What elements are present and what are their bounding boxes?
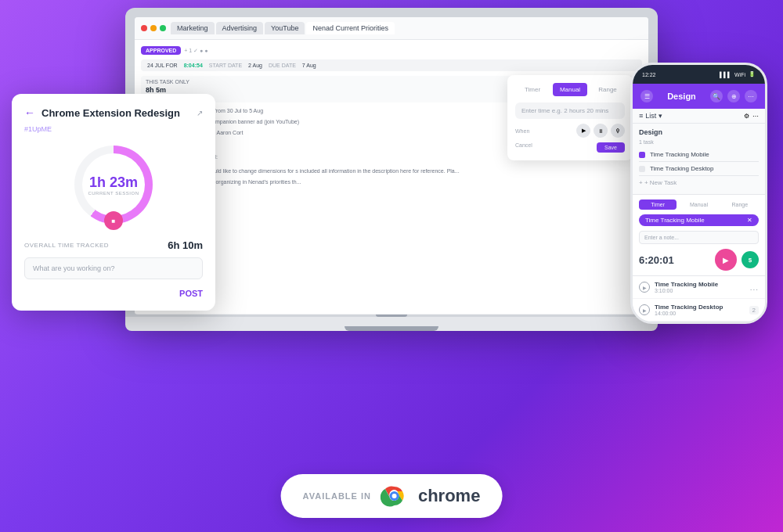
phone-timer-section: Timer Manual Range Time Tracking Mobile … [633, 194, 765, 275]
post-button[interactable]: POST [179, 289, 203, 298]
more-icon[interactable]: ⋯ [752, 113, 759, 120]
phone-tab-timer[interactable]: Timer [639, 200, 677, 210]
timer-control-2[interactable]: ⏸ [594, 124, 608, 138]
ext-back-row: ← Chrome Extension Redesign ↗ [24, 106, 203, 119]
timer-tab-range[interactable]: Range [590, 83, 625, 96]
working-input[interactable]: What are you working on? [24, 257, 203, 279]
tab-advertising[interactable]: Advertising [216, 22, 264, 34]
timer-tab-manual[interactable]: Manual [553, 83, 587, 96]
task-dot-2 [639, 166, 645, 172]
cancel-button[interactable]: Cancel [515, 142, 532, 153]
task-dot-1 [639, 152, 645, 158]
browser-tabs: Marketing Advertising YouTube Nenad Curr… [171, 22, 642, 34]
phone-list-label[interactable]: ≡ List ▾ [639, 112, 662, 120]
maximize-icon[interactable] [160, 25, 166, 31]
browser-timer-popup: Timer Manual Range Enter time e.g. 2 hou… [507, 75, 633, 160]
add-phone-icon[interactable]: ⊕ [727, 90, 740, 102]
phone-play-button[interactable]: ▶ [715, 249, 737, 271]
save-button[interactable]: Save [597, 142, 625, 153]
entry-time-1: 3:10:00 [655, 288, 745, 293]
back-arrow-icon[interactable]: ← [24, 106, 35, 119]
more-phone-icon[interactable]: ⋯ [745, 90, 757, 102]
overall-time: 6h 10m [168, 239, 203, 251]
traffic-lights [141, 25, 166, 31]
due-date-label: DUE DATE [269, 63, 296, 68]
tab-youtube[interactable]: YouTube [265, 22, 305, 34]
list-icon: ≡ [639, 112, 643, 120]
phone-tab-manual[interactable]: Manual [680, 200, 717, 210]
phone-time-row: 6:20:01 ▶ $ [639, 249, 759, 271]
phone-entries: ▶ Time Tracking Mobile 3:10:00 ... ▶ Tim… [633, 275, 765, 322]
entry-name-1: Time Tracking Mobile [655, 281, 745, 288]
close-icon[interactable] [141, 25, 147, 31]
assigned-to-me: Assigned to me [141, 189, 642, 197]
timer-circle-inner: 1h 23m CURRENT SESSION [82, 153, 145, 216]
timer-control-3[interactable]: 🎙 [611, 124, 625, 138]
signal-icon: ▌▌▌ [720, 72, 731, 77]
entry-play-2[interactable]: ▶ [639, 304, 650, 315]
when-label: When [515, 128, 529, 134]
chrome-logo-icon [381, 482, 409, 510]
entry-more-1[interactable]: ... [750, 283, 759, 292]
entry-time-2: 14:00:00 [655, 311, 745, 316]
plus-icon: + [639, 179, 643, 186]
phone-subbar: ≡ List ▾ ⚙ ⋯ [633, 109, 765, 124]
phone-task-2[interactable]: Time Tracking Desktop [639, 162, 759, 176]
new-task-btn[interactable]: + + New Task [639, 176, 759, 189]
entry-count-2: 2 [749, 306, 759, 315]
external-link-icon[interactable]: ↗ [197, 109, 203, 117]
chrome-text: chrome [418, 486, 480, 506]
menu-icon[interactable]: ☰ [640, 90, 653, 102]
phone-status-icons: ▌▌▌ WiFi 🔋 [720, 71, 756, 77]
phone-save-button[interactable]: $ [742, 251, 759, 268]
time-start: 24 JUL FOR [147, 63, 178, 68]
laptop-base [125, 317, 658, 331]
task-count: 1 task [639, 139, 759, 145]
entry-info-1: Time Tracking Mobile 3:10:00 [655, 281, 745, 293]
task-header: APPROVED + 1 ✓ ● ● [141, 46, 642, 55]
phone-entry-1: ▶ Time Tracking Mobile 3:10:00 ... [633, 276, 765, 299]
phone-filter-row: ⚙ ⋯ [744, 113, 759, 120]
phone-header-title: Design [667, 92, 696, 101]
new-task-label: + New Task [644, 179, 677, 186]
task-name-1: Time Tracking Mobile [650, 151, 709, 158]
browser-timer-tabs: Timer Manual Range [515, 83, 625, 96]
phone-note-input[interactable]: Enter a note... [639, 231, 759, 244]
time-tracked-bar: 24 JUL FOR 8:04:54 START DATE 2 Aug DUE … [141, 59, 642, 71]
timer-tab-timer[interactable]: Timer [515, 83, 550, 96]
tab-marketing[interactable]: Marketing [171, 22, 215, 34]
start-date-label: START DATE [209, 63, 242, 68]
entry-play-1[interactable]: ▶ [639, 282, 650, 293]
battery-icon: 🔋 [749, 71, 756, 77]
chat-msg-6: hey @Nenad Marcup : We would like to cha… [141, 167, 642, 175]
wifi-icon: WiFi [734, 72, 745, 77]
entry-name-2: Time Tracking Desktop [655, 304, 745, 311]
timer-input-field[interactable]: Enter time e.g. 2 hours 20 mins [515, 102, 625, 119]
stop-button[interactable]: ■ [104, 211, 123, 230]
timer-session-label: CURRENT SESSION [88, 191, 139, 196]
phone-section-title: Design [639, 128, 759, 136]
phone-tab-range[interactable]: Range [721, 200, 759, 210]
phone-header: ☰ Design 🔍 ⊕ ⋯ [633, 84, 765, 109]
time-tracked: 8:04:54 [184, 63, 203, 68]
start-date: 2 Aug [248, 63, 262, 68]
timer-control-1[interactable]: ▶ [576, 124, 590, 138]
tab-nenad[interactable]: Nenad Current Priorities [306, 22, 395, 34]
chrome-badge[interactable]: AVAILABLE IN chrome [281, 474, 503, 518]
search-phone-icon[interactable]: 🔍 [710, 90, 723, 102]
phone: 12:22 ▌▌▌ WiFi 🔋 ☰ Design 🔍 ⊕ ⋯ ≡ List ▾ [630, 63, 767, 324]
filter-icon[interactable]: ⚙ [744, 113, 749, 120]
ext-title: Chrome Extension Redesign [41, 107, 180, 119]
close-task-icon[interactable]: ✕ [747, 217, 752, 224]
phone-task-1[interactable]: Time Tracking Mobile [639, 148, 759, 162]
phone-timer-tabs: Timer Manual Range [639, 200, 759, 210]
phone-header-icons: 🔍 ⊕ ⋯ [710, 90, 757, 102]
active-task-badge-text: Time Tracking Mobile [645, 217, 705, 224]
phone-wrapper: 12:22 ▌▌▌ WiFi 🔋 ☰ Design 🔍 ⊕ ⋯ ≡ List ▾ [630, 63, 767, 324]
phone-timer-display: 6:20:01 [639, 254, 674, 266]
browser-bar: Marketing Advertising YouTube Nenad Curr… [135, 17, 648, 40]
minimize-icon[interactable] [150, 25, 157, 31]
phone-content: Design 1 task Time Tracking Mobile Time … [633, 124, 765, 194]
extension-popup: ← Chrome Extension Redesign ↗ #1UpME 1h … [12, 94, 215, 311]
overall-label: OVERALL TIME TRACKED [24, 242, 109, 249]
